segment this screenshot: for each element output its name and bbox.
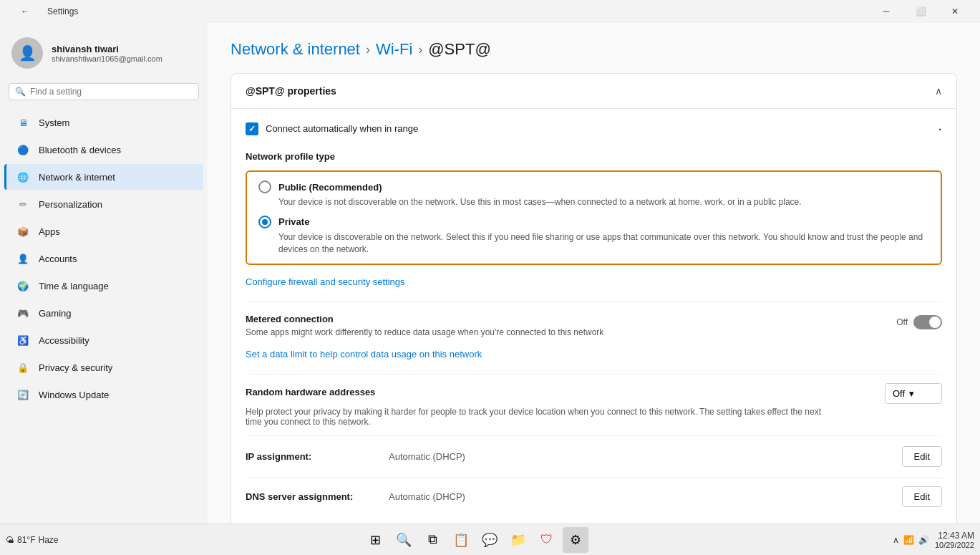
random-hw-dropdown[interactable]: Off ▾ (885, 383, 942, 404)
metered-title: Metered connection (246, 314, 896, 324)
sidebar-item-personalization[interactable]: ✏ Personalization (4, 191, 203, 217)
sidebar-item-accessibility[interactable]: ♿ Accessibility (4, 327, 203, 353)
user-info: shivansh tiwari shivanshtiwari1065@gmail… (52, 44, 162, 63)
main-panel: Network & internet › Wi-Fi › @SPT@ @SPT@… (208, 23, 980, 523)
sidebar-item-network[interactable]: 🌐 Network & internet (4, 164, 203, 190)
system-icon: 🖥 (16, 115, 30, 130)
user-name: shivansh tiwari (52, 44, 162, 54)
random-hw-chevron: ▾ (909, 388, 914, 399)
sidebar-label-bluetooth: Bluetooth & devices (39, 145, 121, 155)
network-profile-section-title: Network profile type (246, 151, 942, 162)
metered-toggle[interactable] (913, 315, 942, 329)
weather-temp: 81°F (17, 535, 35, 545)
radio-option-private: Private Your device is discoverable on t… (258, 216, 929, 256)
search-box[interactable]: 🔍 (9, 83, 199, 100)
sidebar-label-accounts: Accounts (39, 254, 77, 264)
window-title: Settings (47, 6, 78, 16)
sidebar-label-time: Time & language (39, 281, 109, 291)
taskbar-search-button[interactable]: 🔍 (391, 527, 417, 553)
apps-icon: 📦 (16, 224, 30, 238)
card-header[interactable]: @SPT@ properties ∧ (231, 74, 956, 109)
ip-assignment-row: IP assignment: Automatic (DHCP) Edit (246, 435, 942, 477)
sidebar-item-apps[interactable]: 📦 Apps (4, 218, 203, 244)
network-tray-icon: 📶 (903, 535, 914, 545)
taskbar-center: ⊞ 🔍 ⧉ 📋 💬 📁 🛡 ⚙ (59, 527, 893, 553)
taskbar-browser-icon[interactable]: 🛡 (534, 527, 560, 553)
weather-condition: Haze (38, 535, 58, 545)
taskbar-chat-button[interactable]: 💬 (477, 527, 503, 553)
taskbar-task-view-button[interactable]: ⧉ (419, 527, 445, 553)
sidebar-item-system[interactable]: 🖥 System (4, 110, 203, 135)
update-icon: 🔄 (16, 387, 30, 402)
dns-edit-button[interactable]: Edit (902, 486, 942, 507)
configure-firewall-link[interactable]: Configure firewall and security settings (246, 276, 942, 287)
title-bar-left: ← Settings (9, 0, 78, 23)
connect-auto-label: Connect automatically when in range (266, 123, 418, 134)
tray-chevron[interactable]: ∧ (893, 535, 899, 545)
radio-private[interactable] (258, 216, 271, 228)
metered-toggle-label: Off (896, 317, 908, 327)
taskbar-left: 🌤 81°F Haze (6, 535, 59, 545)
breadcrumb-wifi[interactable]: Wi-Fi (376, 40, 412, 59)
user-profile[interactable]: 👤 shivansh tiwari shivanshtiwari1065@gma… (0, 29, 208, 80)
metered-control: Off (896, 314, 942, 329)
radio-public[interactable] (258, 180, 271, 193)
connect-auto-row: Connect automatically when in range · (246, 120, 942, 137)
sidebar-label-system: System (39, 117, 69, 128)
close-button[interactable]: ✕ (938, 0, 971, 23)
radio-private-desc: Your device is discoverable on the netwo… (258, 231, 929, 256)
card-content: Connect automatically when in range · Ne… (231, 109, 956, 523)
gaming-icon: 🎮 (16, 306, 30, 320)
radio-option-public: Public (Recommended) Your device is not … (258, 180, 929, 208)
minimize-button[interactable]: ─ (870, 0, 903, 23)
network-icon: 🌐 (16, 170, 30, 184)
sidebar-label-privacy: Privacy & security (39, 362, 112, 373)
weather-icon: 🌤 (6, 535, 14, 545)
sidebar-item-accounts[interactable]: 👤 Accounts (4, 246, 203, 271)
time-display[interactable]: 12:43 AM 10/29/2022 (935, 531, 974, 549)
radio-private-label: Private (278, 216, 309, 227)
sidebar-label-network: Network & internet (39, 172, 115, 183)
ip-edit-button[interactable]: Edit (902, 446, 942, 467)
metered-desc: Some apps might work differently to redu… (246, 327, 833, 337)
maximize-button[interactable]: ⬜ (904, 0, 937, 23)
data-limit-link[interactable]: Set a data limit to help control data us… (246, 349, 942, 359)
weather-widget: 🌤 81°F Haze (6, 535, 59, 545)
time-icon: 🌍 (16, 279, 30, 293)
radio-public-label: Public (Recommended) (278, 182, 382, 193)
user-email: shivanshtiwari1065@gmail.com (52, 54, 162, 63)
random-hardware-row: Random hardware addresses Off ▾ Help pro… (246, 374, 942, 435)
sidebar-item-bluetooth[interactable]: 🔵 Bluetooth & devices (4, 137, 203, 163)
ip-assignment-label: IP assignment: (246, 451, 389, 462)
sidebar-label-accessibility: Accessibility (39, 335, 89, 346)
breadcrumb-network[interactable]: Network & internet (231, 40, 360, 59)
taskbar-start-button[interactable]: ⊞ (362, 527, 388, 553)
radio-row-public: Public (Recommended) (258, 180, 929, 193)
back-button[interactable]: ← (9, 0, 42, 23)
sidebar-item-privacy[interactable]: 🔒 Privacy & security (4, 354, 203, 380)
connect-auto-checkbox[interactable] (246, 122, 258, 135)
random-hw-title-row: Random hardware addresses Off ▾ (246, 383, 942, 404)
sidebar-item-gaming[interactable]: 🎮 Gaming (4, 300, 203, 326)
sidebar-label-gaming: Gaming (39, 308, 72, 319)
sidebar: 👤 shivansh tiwari shivanshtiwari1065@gma… (0, 23, 208, 523)
sidebar-item-time[interactable]: 🌍 Time & language (4, 273, 203, 299)
sidebar-label-apps: Apps (39, 226, 60, 237)
sidebar-item-update[interactable]: 🔄 Windows Update (4, 382, 203, 407)
personalization-icon: ✏ (16, 197, 30, 211)
collapse-icon: ∧ (935, 85, 942, 97)
accessibility-icon: ♿ (16, 333, 30, 347)
metered-info: Metered connection Some apps might work … (246, 314, 896, 337)
clock-date: 10/29/2022 (935, 541, 974, 549)
dns-assignment-value: Automatic (DHCP) (389, 491, 902, 502)
taskbar-file-explorer-button[interactable]: 📁 (505, 527, 531, 553)
sidebar-label-update: Windows Update (39, 390, 109, 400)
taskbar-settings-icon[interactable]: ⚙ (563, 527, 588, 553)
settings-card: @SPT@ properties ∧ Connect automatically… (231, 73, 957, 523)
radio-public-desc: Your device is not discoverable on the n… (258, 196, 929, 208)
taskbar-widgets-button[interactable]: 📋 (448, 527, 474, 553)
breadcrumb-sep-2: › (418, 42, 422, 57)
search-input[interactable] (30, 87, 193, 97)
volume-tray-icon: 🔊 (918, 535, 929, 545)
dns-assignment-label: DNS server assignment: (246, 491, 389, 502)
